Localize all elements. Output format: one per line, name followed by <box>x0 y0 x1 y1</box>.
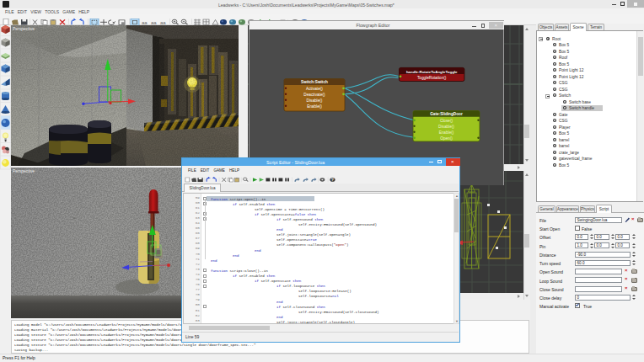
svg-text:Activate(): Activate() <box>306 87 323 91</box>
svg-text:Enable(): Enable() <box>307 104 322 109</box>
svg-text:aa: aa <box>160 20 167 24</box>
svg-text:Close(): Close() <box>439 119 453 123</box>
svg-text:aa: aa <box>151 20 158 24</box>
svg-text:?: ? <box>331 178 334 182</box>
svg-text:Switch:Switch: Switch:Switch <box>301 80 328 84</box>
svg-text:Disable(): Disable() <box>306 98 322 103</box>
svg-text:Gate:SlidingDoor: Gate:SlidingDoor <box>430 112 463 116</box>
svg-text:Enable(): Enable() <box>438 130 453 135</box>
svg-text:Disable(): Disable() <box>438 125 454 129</box>
svg-text:Deactivate(): Deactivate() <box>303 93 325 97</box>
svg-text:handle:RotateToAngleToggle: handle:RotateToAngleToggle <box>405 70 457 74</box>
svg-text:aa: aa <box>142 20 148 24</box>
svg-text:ToggleRotation(): ToggleRotation() <box>416 76 446 80</box>
svg-text:Open(): Open() <box>440 136 453 141</box>
